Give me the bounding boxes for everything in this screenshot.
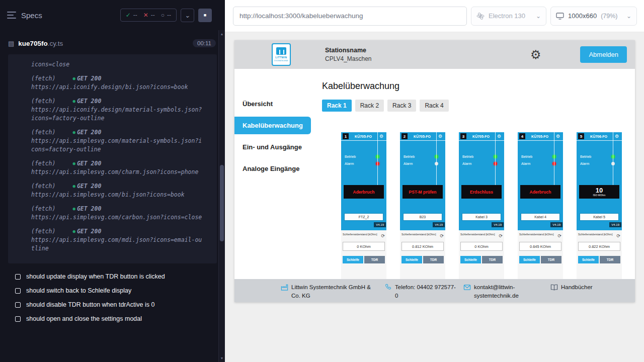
cable-name: FTZ_2	[345, 214, 383, 220]
log-entry-header: (fetch)●GET 200	[31, 205, 212, 213]
sidebar-item-uebersicht[interactable]: Übersicht	[234, 95, 317, 113]
status-message: Aderbruch	[353, 190, 375, 195]
chevron-down-icon: ⌄	[626, 13, 631, 20]
test-state-icon	[15, 288, 21, 294]
spec-extension: .cy.ts	[48, 40, 63, 47]
status-message: Aderbruch	[530, 190, 551, 195]
cable-name: Kabel 3	[462, 214, 501, 220]
test-item[interactable]: should open and close the settings modal	[7, 312, 225, 326]
measurement-label: Schleifenwiderstand [kOhm]	[460, 233, 503, 236]
log-entry[interactable]: (fetch)●GET 200https://api.simplesvg.com…	[31, 182, 212, 199]
betrieb-row: Betrieb	[518, 153, 563, 160]
card-number-badge: 2	[401, 133, 408, 139]
log-entry[interactable]: (fetch)●GET 200https://api.iconify.desig…	[31, 97, 212, 123]
card-divider	[436, 132, 437, 185]
log-entry[interactable]: (fetch)●GET 200https://api.simplesvg.com…	[31, 227, 212, 253]
sidebar-item-kabelueberwachung[interactable]: Kabelüberwachung	[234, 117, 311, 134]
log-url: https://api.simplesvg.com/bi.json?icons=…	[31, 191, 205, 199]
log-url: https://api.simplesvg.com/material-symbo…	[31, 137, 205, 154]
sidebar-item-analoge-eing-nge[interactable]: Analoge Eingänge	[234, 160, 317, 177]
browser-name: Electron 130	[489, 12, 525, 20]
tab-rack-4[interactable]: Rack 4	[420, 100, 448, 112]
betrieb-label: Betrieb	[404, 155, 415, 158]
settings-gear-icon[interactable]: ⚙	[530, 49, 541, 61]
card-settings-icon[interactable]: ⚙	[437, 134, 444, 139]
pending-icon: ○	[161, 12, 165, 19]
url-input[interactable]	[233, 7, 467, 26]
card-settings-icon[interactable]: ⚙	[554, 134, 561, 139]
log-fetch-label: (fetch)	[31, 182, 55, 191]
footer-text: kontakt@littwin-systemtechnik.de	[474, 283, 532, 300]
measurement-label: Schleifenwiderstand [kOhm]	[343, 233, 385, 236]
app-header: LITTWIN SYSTEMTECHNIK Stationsname CPLV4…	[234, 40, 635, 69]
station-info: Stationsname CPLV4_Maschen	[325, 47, 372, 62]
card-settings-icon[interactable]: ⚙	[496, 134, 503, 139]
scrollbar-thumb[interactable]	[220, 165, 224, 241]
log-entry-header: (fetch)●GET 200	[31, 128, 212, 137]
card-number-badge: 1	[343, 133, 349, 139]
status-ok-dot: ●	[72, 74, 75, 83]
log-entry[interactable]: (fetch)●GET 200https://api.simplesvg.com…	[31, 159, 212, 176]
test-item[interactable]: should switch back to Schleife display	[7, 284, 225, 298]
viewport-select[interactable]: 1000x660 (79%) ⌄	[550, 7, 637, 26]
cable-name: B23	[404, 214, 442, 220]
test-runner-panel: Specs ✓ -- ✕ -- ○ -- ⌄ ■ ▤ kue705fo.cy.t…	[0, 0, 225, 362]
scroll-up-icon[interactable]: ▲	[219, 32, 225, 36]
log-entry[interactable]: (fetch)●GET 200https://api.simplesvg.com…	[31, 128, 212, 154]
betrieb-label: Betrieb	[345, 155, 356, 158]
test-title: should switch back to Schleife display	[26, 287, 131, 294]
tdr-button[interactable]: TDR	[423, 256, 444, 263]
tab-rack-3[interactable]: Rack 3	[387, 100, 416, 112]
test-item[interactable]: should update display when TDR button is…	[7, 269, 225, 284]
status-display: 10ISO MOhm	[579, 185, 619, 199]
log-entry-header: (fetch)●GET 200	[31, 97, 212, 106]
sidebar-item-ein-und-ausg-nge[interactable]: Ein- und Ausgänge	[234, 138, 317, 156]
station-name: CPLV4_Maschen	[325, 55, 372, 62]
tdr-button[interactable]: TDR	[541, 256, 561, 263]
runner-scrollbar[interactable]: ▲ ▼	[218, 30, 225, 362]
collapse-button[interactable]: ⌄	[181, 9, 194, 22]
browser-bar: Electron 130 ⌄ 1000x660 (79%) ⌄	[225, 0, 644, 32]
tdr-button[interactable]: TDR	[364, 256, 385, 263]
littwin-logo-mark	[276, 47, 286, 55]
tdr-button[interactable]: TDR	[600, 256, 620, 263]
littwin-logo-subtext: SYSTEMTECHNIK	[274, 60, 288, 62]
status-value: 10	[596, 187, 603, 194]
card-buttons: SchleifeTDR	[401, 256, 444, 263]
chevron-down-icon: ⌄	[536, 13, 541, 20]
log-status: GET 200	[77, 159, 101, 168]
schleife-button[interactable]: Schleife	[401, 256, 422, 263]
logout-button[interactable]: Abmelden	[580, 46, 627, 63]
tdr-button[interactable]: TDR	[482, 256, 503, 263]
refresh-icon[interactable]: ⟳	[616, 234, 620, 238]
log-entry[interactable]: (fetch)●GET 200https://api.iconify.desig…	[31, 74, 212, 92]
refresh-icon[interactable]: ⟳	[499, 234, 503, 238]
measurement-panel: Schleifenwiderstand [kOhm]⟳0 KOhmSchleif…	[459, 230, 504, 279]
specs-label[interactable]: Specs	[21, 11, 42, 20]
version-row: V4.19	[577, 222, 622, 227]
schleife-button[interactable]: Schleife	[578, 256, 599, 263]
log-entry[interactable]: (fetch)●GET 200https://api.simplesvg.com…	[31, 205, 212, 222]
test-item[interactable]: should disable TDR button when tdrActive…	[7, 298, 225, 312]
schleife-button[interactable]: Schleife	[343, 256, 363, 263]
browser-select[interactable]: Electron 130 ⌄	[471, 7, 546, 26]
refresh-icon[interactable]: ⟳	[381, 234, 385, 238]
refresh-icon[interactable]: ⟳	[440, 234, 444, 238]
stop-button[interactable]: ■	[198, 9, 212, 22]
scroll-down-icon[interactable]: ▼	[219, 356, 225, 360]
spec-name[interactable]: kue705fo.cy.ts	[18, 40, 63, 47]
card-settings-icon[interactable]: ⚙	[613, 134, 620, 139]
card-settings-icon[interactable]: ⚙	[378, 134, 385, 139]
schleife-button[interactable]: Schleife	[460, 256, 481, 263]
status-ok-dot: ●	[72, 205, 75, 213]
schleife-button[interactable]: Schleife	[519, 256, 540, 263]
version-row: V4.19	[341, 222, 386, 227]
tab-rack-2[interactable]: Rack 2	[355, 100, 384, 112]
version-row: V4.19	[459, 222, 504, 227]
alarm-label: Alarm	[580, 162, 589, 165]
specs-menu-icon[interactable]	[7, 12, 16, 19]
refresh-icon[interactable]: ⟳	[557, 234, 561, 238]
log-url: https://api.simplesvg.com/charm.json?ico…	[31, 168, 205, 176]
log-entry-header: (fetch)●GET 200	[31, 159, 212, 168]
tab-rack-1[interactable]: Rack 1	[322, 100, 352, 112]
